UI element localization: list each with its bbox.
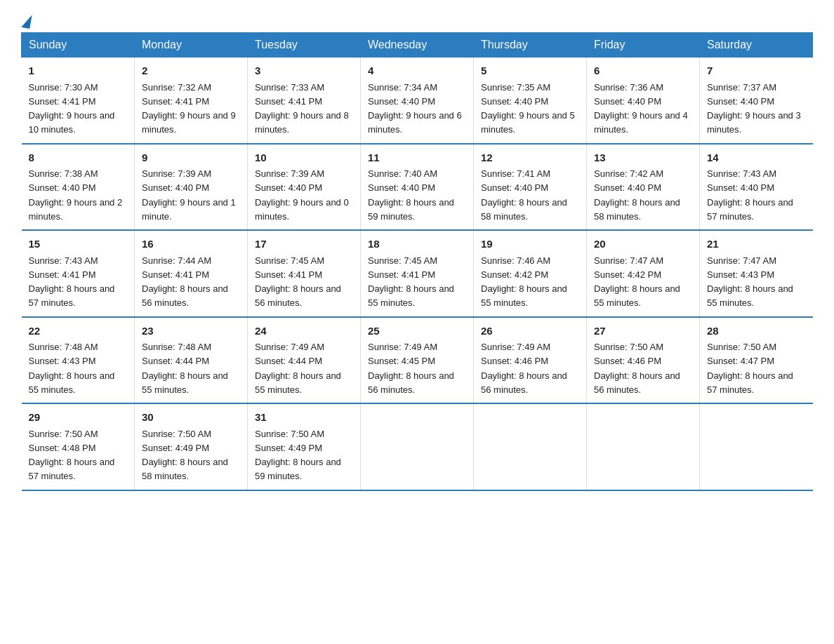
calendar-day-cell: 8Sunrise: 7:38 AMSunset: 4:40 PMDaylight… [22, 144, 135, 231]
day-number: 31 [255, 410, 353, 426]
weekday-header-row: SundayMondayTuesdayWednesdayThursdayFrid… [22, 33, 813, 58]
day-info: Sunrise: 7:43 AMSunset: 4:41 PMDaylight:… [29, 255, 115, 309]
page-header [21, 14, 813, 25]
day-info: Sunrise: 7:49 AMSunset: 4:45 PMDaylight:… [368, 342, 454, 395]
day-number: 10 [255, 150, 353, 166]
calendar-day-cell: 17Sunrise: 7:45 AMSunset: 4:41 PMDayligh… [248, 230, 361, 317]
calendar-week-row: 22Sunrise: 7:48 AMSunset: 4:43 PMDayligh… [22, 317, 813, 404]
calendar-day-cell: 11Sunrise: 7:40 AMSunset: 4:40 PMDayligh… [361, 144, 474, 231]
day-info: Sunrise: 7:47 AMSunset: 4:42 PMDaylight:… [594, 255, 680, 309]
calendar-week-row: 1Sunrise: 7:30 AMSunset: 4:41 PMDaylight… [22, 58, 813, 144]
calendar-day-cell: 16Sunrise: 7:44 AMSunset: 4:41 PMDayligh… [135, 230, 248, 317]
calendar-day-cell: 23Sunrise: 7:48 AMSunset: 4:44 PMDayligh… [135, 317, 248, 404]
day-number: 28 [707, 323, 806, 340]
day-info: Sunrise: 7:50 AMSunset: 4:49 PMDaylight:… [142, 429, 228, 482]
calendar-day-cell: 9Sunrise: 7:39 AMSunset: 4:40 PMDaylight… [135, 144, 248, 231]
day-info: Sunrise: 7:30 AMSunset: 4:41 PMDaylight:… [29, 82, 115, 135]
weekday-header: Saturday [700, 33, 813, 58]
day-info: Sunrise: 7:38 AMSunset: 4:40 PMDaylight:… [29, 168, 123, 222]
day-number: 6 [594, 63, 692, 79]
day-info: Sunrise: 7:48 AMSunset: 4:44 PMDaylight:… [142, 342, 228, 395]
day-info: Sunrise: 7:39 AMSunset: 4:40 PMDaylight:… [142, 168, 236, 222]
calendar-day-cell: 1Sunrise: 7:30 AMSunset: 4:41 PMDaylight… [22, 58, 135, 144]
calendar-day-cell [474, 403, 587, 490]
calendar-table: SundayMondayTuesdayWednesdayThursdayFrid… [21, 32, 813, 491]
calendar-day-cell: 15Sunrise: 7:43 AMSunset: 4:41 PMDayligh… [22, 230, 135, 317]
day-number: 29 [29, 410, 128, 426]
calendar-week-row: 29Sunrise: 7:50 AMSunset: 4:48 PMDayligh… [22, 403, 813, 490]
calendar-day-cell: 25Sunrise: 7:49 AMSunset: 4:45 PMDayligh… [361, 317, 474, 404]
calendar-day-cell: 12Sunrise: 7:41 AMSunset: 4:40 PMDayligh… [474, 144, 587, 231]
calendar-day-cell: 27Sunrise: 7:50 AMSunset: 4:46 PMDayligh… [587, 317, 700, 404]
day-number: 30 [142, 410, 240, 426]
day-number: 12 [481, 150, 579, 166]
day-info: Sunrise: 7:43 AMSunset: 4:40 PMDaylight:… [707, 168, 793, 222]
calendar-day-cell: 31Sunrise: 7:50 AMSunset: 4:49 PMDayligh… [248, 403, 361, 490]
day-number: 18 [368, 236, 466, 253]
calendar-day-cell: 26Sunrise: 7:49 AMSunset: 4:46 PMDayligh… [474, 317, 587, 404]
calendar-day-cell: 13Sunrise: 7:42 AMSunset: 4:40 PMDayligh… [587, 144, 700, 231]
weekday-header: Friday [587, 33, 700, 58]
calendar-day-cell: 14Sunrise: 7:43 AMSunset: 4:40 PMDayligh… [700, 144, 813, 231]
calendar-day-cell: 7Sunrise: 7:37 AMSunset: 4:40 PMDaylight… [700, 58, 813, 144]
calendar-day-cell: 6Sunrise: 7:36 AMSunset: 4:40 PMDaylight… [587, 58, 700, 144]
calendar-day-cell: 21Sunrise: 7:47 AMSunset: 4:43 PMDayligh… [700, 230, 813, 317]
day-number: 20 [594, 236, 692, 253]
calendar-day-cell: 2Sunrise: 7:32 AMSunset: 4:41 PMDaylight… [135, 58, 248, 144]
calendar-day-cell [700, 403, 813, 490]
day-number: 26 [481, 323, 579, 340]
calendar-day-cell: 19Sunrise: 7:46 AMSunset: 4:42 PMDayligh… [474, 230, 587, 317]
day-number: 1 [29, 63, 128, 79]
day-number: 22 [29, 323, 128, 340]
day-info: Sunrise: 7:36 AMSunset: 4:40 PMDaylight:… [594, 82, 688, 135]
logo [21, 14, 31, 25]
day-info: Sunrise: 7:47 AMSunset: 4:43 PMDaylight:… [707, 255, 793, 309]
day-number: 13 [594, 150, 692, 166]
day-info: Sunrise: 7:40 AMSunset: 4:40 PMDaylight:… [368, 168, 454, 222]
day-info: Sunrise: 7:49 AMSunset: 4:44 PMDaylight:… [255, 342, 341, 395]
day-number: 5 [481, 63, 579, 79]
day-number: 9 [142, 150, 240, 166]
day-info: Sunrise: 7:45 AMSunset: 4:41 PMDaylight:… [255, 255, 341, 309]
day-info: Sunrise: 7:50 AMSunset: 4:46 PMDaylight:… [594, 342, 680, 395]
day-info: Sunrise: 7:45 AMSunset: 4:41 PMDaylight:… [368, 255, 454, 309]
day-info: Sunrise: 7:48 AMSunset: 4:43 PMDaylight:… [29, 342, 115, 395]
day-number: 25 [368, 323, 466, 340]
day-info: Sunrise: 7:49 AMSunset: 4:46 PMDaylight:… [481, 342, 567, 395]
day-number: 16 [142, 236, 240, 253]
day-info: Sunrise: 7:50 AMSunset: 4:49 PMDaylight:… [255, 429, 341, 482]
day-info: Sunrise: 7:41 AMSunset: 4:40 PMDaylight:… [481, 168, 567, 222]
day-info: Sunrise: 7:50 AMSunset: 4:48 PMDaylight:… [29, 429, 115, 482]
day-info: Sunrise: 7:35 AMSunset: 4:40 PMDaylight:… [481, 82, 575, 135]
day-number: 8 [29, 150, 128, 166]
day-number: 23 [142, 323, 240, 340]
calendar-day-cell: 20Sunrise: 7:47 AMSunset: 4:42 PMDayligh… [587, 230, 700, 317]
calendar-day-cell: 22Sunrise: 7:48 AMSunset: 4:43 PMDayligh… [22, 317, 135, 404]
day-number: 2 [142, 63, 240, 79]
calendar-week-row: 8Sunrise: 7:38 AMSunset: 4:40 PMDaylight… [22, 144, 813, 231]
calendar-day-cell: 28Sunrise: 7:50 AMSunset: 4:47 PMDayligh… [700, 317, 813, 404]
day-info: Sunrise: 7:44 AMSunset: 4:41 PMDaylight:… [142, 255, 228, 309]
calendar-day-cell [361, 403, 474, 490]
day-info: Sunrise: 7:37 AMSunset: 4:40 PMDaylight:… [707, 82, 801, 135]
day-info: Sunrise: 7:33 AMSunset: 4:41 PMDaylight:… [255, 82, 349, 135]
day-number: 11 [368, 150, 466, 166]
calendar-day-cell: 29Sunrise: 7:50 AMSunset: 4:48 PMDayligh… [22, 403, 135, 490]
day-number: 14 [707, 150, 806, 166]
day-number: 24 [255, 323, 353, 340]
day-info: Sunrise: 7:39 AMSunset: 4:40 PMDaylight:… [255, 168, 349, 222]
calendar-day-cell: 3Sunrise: 7:33 AMSunset: 4:41 PMDaylight… [248, 58, 361, 144]
calendar-day-cell: 10Sunrise: 7:39 AMSunset: 4:40 PMDayligh… [248, 144, 361, 231]
day-number: 7 [707, 63, 806, 79]
day-info: Sunrise: 7:32 AMSunset: 4:41 PMDaylight:… [142, 82, 236, 135]
day-number: 3 [255, 63, 353, 79]
weekday-header: Sunday [22, 33, 135, 58]
day-number: 21 [707, 236, 806, 253]
day-info: Sunrise: 7:46 AMSunset: 4:42 PMDaylight:… [481, 255, 567, 309]
calendar-day-cell: 5Sunrise: 7:35 AMSunset: 4:40 PMDaylight… [474, 58, 587, 144]
weekday-header: Wednesday [361, 33, 474, 58]
calendar-day-cell: 24Sunrise: 7:49 AMSunset: 4:44 PMDayligh… [248, 317, 361, 404]
day-number: 19 [481, 236, 579, 253]
logo-triangle-icon [21, 13, 32, 29]
calendar-day-cell: 30Sunrise: 7:50 AMSunset: 4:49 PMDayligh… [135, 403, 248, 490]
